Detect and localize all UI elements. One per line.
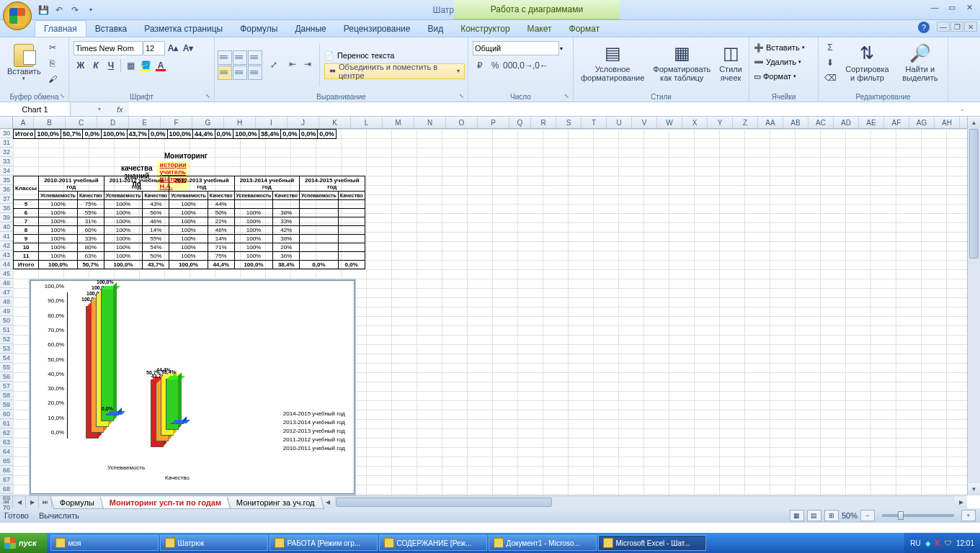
- font-launcher[interactable]: ⤡: [205, 93, 213, 100]
- col-header-H[interactable]: H: [224, 117, 256, 128]
- tray-icon-1[interactable]: ◆: [925, 539, 931, 547]
- view-layout-icon[interactable]: ▤: [807, 510, 821, 521]
- alignment-grid[interactable]: [218, 50, 262, 80]
- row-header-53[interactable]: 53: [0, 344, 13, 354]
- row-header-64[interactable]: 64: [0, 447, 13, 457]
- row-header-54[interactable]: 54: [0, 354, 13, 363]
- col-header-AC[interactable]: AC: [808, 117, 834, 128]
- row-header-56[interactable]: 56: [0, 372, 13, 382]
- row-header-33[interactable]: 33: [0, 157, 13, 166]
- col-header-AE[interactable]: AE: [859, 117, 884, 128]
- scroll-down-icon[interactable]: ▼: [968, 483, 980, 495]
- mdi-close[interactable]: ✕: [964, 22, 977, 32]
- row-header-50[interactable]: 50: [0, 316, 13, 325]
- col-header-Q[interactable]: Q: [509, 117, 531, 128]
- clock[interactable]: 12:01: [956, 539, 974, 547]
- tab-chart-design[interactable]: Конструктор: [452, 21, 518, 37]
- row-header-57[interactable]: 57: [0, 382, 13, 391]
- row-header-34[interactable]: 34: [0, 166, 13, 176]
- row-header-60[interactable]: 60: [0, 410, 13, 419]
- decrease-indent-icon[interactable]: ⇤: [285, 57, 300, 71]
- row-header-42[interactable]: 42: [0, 241, 13, 251]
- comma-icon[interactable]: 000: [503, 58, 517, 73]
- col-header-F[interactable]: F: [161, 117, 192, 128]
- col-header-K[interactable]: K: [319, 117, 351, 128]
- alignment-launcher[interactable]: ⤡: [459, 93, 466, 100]
- minimize-button[interactable]: —: [927, 1, 943, 13]
- tab-chart-layout[interactable]: Макет: [519, 21, 561, 37]
- delete-cells-button[interactable]: ➖Удалить▾: [754, 55, 814, 69]
- row-header-44[interactable]: 44: [0, 260, 13, 269]
- increase-decimal-icon[interactable]: ,0→: [518, 58, 533, 73]
- format-as-table-button[interactable]: ▦Форматировать как таблицу: [649, 39, 715, 86]
- row-header-51[interactable]: 51: [0, 325, 13, 335]
- row-header-35[interactable]: 35: [0, 176, 13, 185]
- col-header-S[interactable]: S: [556, 117, 582, 128]
- name-box-dropdown[interactable]: ▾: [98, 106, 101, 112]
- zoom-in-button[interactable]: +: [961, 510, 976, 521]
- shrink-font-icon[interactable]: A▾: [181, 41, 195, 55]
- row-header-67[interactable]: 67: [0, 475, 13, 485]
- zoom-out-button[interactable]: −: [860, 510, 875, 521]
- row-header-30[interactable]: 30: [0, 129, 13, 138]
- col-header-AH[interactable]: AH: [935, 117, 960, 128]
- clear-icon[interactable]: ⌫: [823, 71, 837, 85]
- copy-icon[interactable]: ⎘: [45, 56, 60, 71]
- paste-button[interactable]: Вставить ▾: [3, 39, 45, 86]
- col-header-N[interactable]: N: [414, 117, 446, 128]
- office-button[interactable]: [3, 1, 32, 30]
- underline-button[interactable]: Ч: [104, 58, 118, 73]
- grow-font-icon[interactable]: A▴: [166, 41, 180, 55]
- scroll-thumb-v[interactable]: [969, 129, 979, 258]
- name-box[interactable]: [3, 105, 67, 114]
- select-all-corner[interactable]: [0, 117, 13, 128]
- number-format-selector[interactable]: [473, 41, 559, 55]
- autosum-icon[interactable]: Σ: [823, 40, 837, 55]
- sheet-tab-1[interactable]: Мониторинг усп-ти по годам: [100, 497, 231, 509]
- horizontal-scrollbar[interactable]: ◀ ▶: [322, 496, 967, 508]
- row-header-47[interactable]: 47: [0, 288, 13, 297]
- formula-input[interactable]: [129, 102, 980, 116]
- sheet-nav-next[interactable]: ▶: [26, 496, 39, 508]
- tab-review[interactable]: Рецензирование: [335, 21, 419, 37]
- row-header-40[interactable]: 40: [0, 222, 13, 232]
- tab-chart-format[interactable]: Формат: [561, 21, 609, 37]
- close-button[interactable]: ✕: [961, 1, 977, 13]
- expand-formula-bar[interactable]: ⌄: [957, 103, 967, 116]
- start-button[interactable]: пуск: [0, 533, 47, 553]
- border-icon[interactable]: ▦: [123, 58, 138, 73]
- row-header-61[interactable]: 61: [0, 419, 13, 428]
- cut-icon[interactable]: ✂: [45, 40, 60, 55]
- row-header-62[interactable]: 62: [0, 428, 13, 438]
- currency-icon[interactable]: ₽: [473, 58, 487, 73]
- taskbar-item-0[interactable]: моя: [50, 535, 159, 551]
- view-normal-icon[interactable]: ▦: [790, 510, 804, 521]
- tab-view[interactable]: Вид: [419, 21, 452, 37]
- tab-data[interactable]: Данные: [286, 21, 334, 37]
- help-icon[interactable]: ?: [918, 22, 930, 33]
- col-header-E[interactable]: E: [129, 117, 161, 128]
- row-header-36[interactable]: 36: [0, 185, 13, 194]
- cells-area[interactable]: Итого100,0%50,7%0,0%100,0%43,7%0,0%100,0…: [13, 129, 967, 495]
- row-header-37[interactable]: 37: [0, 194, 13, 204]
- qat-more-icon[interactable]: ▾: [84, 3, 98, 17]
- percent-icon[interactable]: %: [488, 58, 502, 73]
- row-header-38[interactable]: 38: [0, 204, 13, 213]
- format-painter-icon[interactable]: 🖌: [45, 72, 60, 86]
- zoom-slider[interactable]: [882, 514, 954, 517]
- row-header-68[interactable]: 68: [0, 485, 13, 494]
- col-header-M[interactable]: M: [383, 117, 414, 128]
- mdi-restore[interactable]: ❐: [950, 22, 963, 32]
- col-header-U[interactable]: U: [607, 117, 632, 128]
- col-header-G[interactable]: G: [192, 117, 224, 128]
- fx-label[interactable]: fx: [117, 105, 123, 114]
- scroll-up-icon[interactable]: ▲: [968, 117, 980, 129]
- taskbar-item-3[interactable]: СОДЕРЖАНИЕ [Реж...: [379, 535, 487, 551]
- row-header-52[interactable]: 52: [0, 335, 13, 344]
- embedded-chart[interactable]: 0,0%10,0%20,0%30,0%40,0%50,0%60,0%70,0%8…: [30, 280, 355, 494]
- tab-page-layout[interactable]: Разметка страницы: [135, 21, 231, 37]
- sort-filter-button[interactable]: ⇅Сортировка и фильтр: [839, 39, 896, 86]
- vertical-scrollbar[interactable]: ▲ ▼: [967, 117, 980, 495]
- zoom-thumb[interactable]: [898, 511, 904, 520]
- row-header-69[interactable]: 69: [0, 494, 13, 503]
